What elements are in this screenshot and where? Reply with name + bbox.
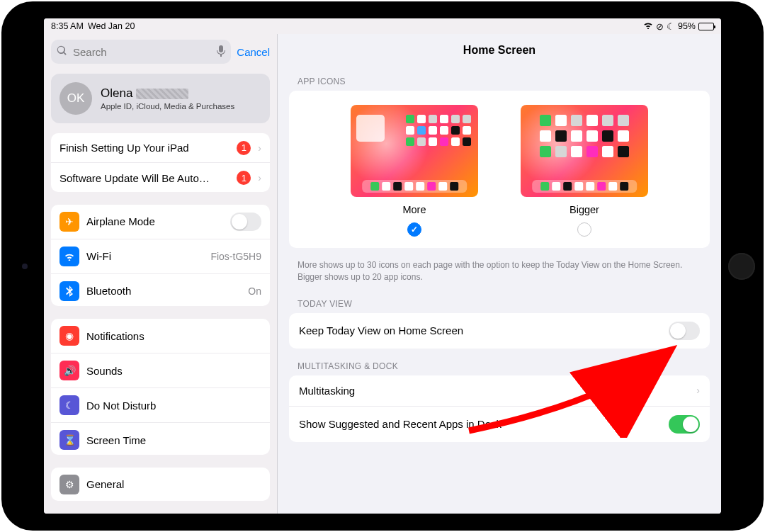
preview-bigger bbox=[521, 105, 648, 197]
search-field[interactable] bbox=[51, 40, 231, 64]
option-bigger[interactable]: Bigger bbox=[521, 105, 648, 237]
row-notifications[interactable]: ◉ Notifications bbox=[51, 319, 270, 353]
alert-finish-setup[interactable]: Finish Setting Up Your iPad 1 › bbox=[51, 133, 270, 163]
section-header-multitasking: MULTITASKING & DOCK bbox=[278, 356, 721, 375]
row-keep-today-view[interactable]: Keep Today View on Home Screen bbox=[289, 313, 710, 349]
preview-more bbox=[351, 105, 478, 197]
profile-subtitle: Apple ID, iCloud, Media & Purchases bbox=[101, 102, 234, 111]
notifications-icon: ◉ bbox=[60, 326, 79, 346]
wifi-network-name: Fios-tG5H9 bbox=[210, 251, 261, 262]
chevron-right-icon: › bbox=[258, 142, 261, 154]
radio-bigger[interactable] bbox=[577, 222, 591, 237]
screen: 8:35 AM Wed Jan 20 ⊘ ☾ 95% bbox=[44, 18, 721, 514]
battery-pct: 95% bbox=[678, 21, 696, 31]
row-multitasking[interactable]: Multitasking › bbox=[289, 375, 710, 407]
redacted-surname bbox=[136, 89, 188, 99]
row-wifi[interactable]: Wi-Fi Fios-tG5H9 bbox=[51, 239, 270, 274]
page-title: Home Screen bbox=[278, 34, 721, 71]
row-suggested-apps[interactable]: Show Suggested and Recent Apps in Dock bbox=[289, 407, 710, 442]
status-date: Wed Jan 20 bbox=[88, 21, 135, 31]
avatar: OK bbox=[60, 82, 92, 115]
radio-more[interactable] bbox=[407, 222, 421, 237]
notifications-group: ◉ Notifications 🔊 Sounds ☾ Do Not Distur… bbox=[51, 319, 270, 455]
dnd-icon: ☾ bbox=[60, 395, 79, 415]
alert-software-update[interactable]: Software Update Will Be Auto… 1 › bbox=[51, 163, 270, 192]
option-more[interactable]: More bbox=[351, 105, 478, 237]
section-header-today-view: TODAY VIEW bbox=[278, 293, 721, 313]
gear-icon: ⚙ bbox=[60, 475, 79, 494]
screen-time-icon: ⌛ bbox=[60, 430, 79, 450]
section-header-app-icons: APP ICONS bbox=[278, 71, 721, 91]
option-label: More bbox=[402, 204, 426, 215]
orientation-lock-icon: ⊘ bbox=[656, 21, 664, 32]
moon-icon: ☾ bbox=[667, 21, 675, 32]
profile-name: Olena bbox=[101, 86, 234, 101]
multitasking-section: Multitasking › Show Suggested and Recent… bbox=[289, 375, 710, 442]
chevron-right-icon: › bbox=[696, 385, 700, 396]
status-time: 8:35 AM bbox=[51, 21, 84, 31]
detail-pane: Home Screen APP ICONS bbox=[278, 34, 721, 514]
badge: 1 bbox=[237, 171, 251, 185]
chevron-right-icon: › bbox=[258, 172, 261, 183]
row-sounds[interactable]: 🔊 Sounds bbox=[51, 353, 270, 388]
settings-sidebar: Cancel OK Olena Apple ID, iCloud, Media … bbox=[44, 34, 278, 514]
mic-icon[interactable] bbox=[217, 45, 225, 59]
bluetooth-status: On bbox=[248, 285, 261, 297]
front-camera bbox=[22, 264, 28, 269]
row-screen-time[interactable]: ⌛ Screen Time bbox=[51, 423, 270, 455]
status-bar: 8:35 AM Wed Jan 20 ⊘ ☾ 95% bbox=[44, 18, 721, 34]
wifi-icon bbox=[60, 247, 79, 266]
battery-icon bbox=[698, 23, 714, 30]
today-view-section: Keep Today View on Home Screen bbox=[289, 313, 710, 349]
option-label: Bigger bbox=[570, 204, 599, 215]
profile-card[interactable]: OK Olena Apple ID, iCloud, Media & Purch… bbox=[51, 74, 270, 123]
row-general[interactable]: ⚙ General bbox=[51, 468, 270, 501]
search-input[interactable] bbox=[72, 45, 212, 59]
today-view-toggle[interactable] bbox=[669, 322, 700, 340]
home-button[interactable] bbox=[728, 253, 755, 280]
search-icon bbox=[57, 45, 67, 58]
app-icons-section: More bbox=[289, 91, 710, 248]
cancel-button[interactable]: Cancel bbox=[237, 46, 270, 58]
row-dnd[interactable]: ☾ Do Not Disturb bbox=[51, 388, 270, 423]
section-footnote-app-icons: More shows up to 30 icons on each page w… bbox=[278, 255, 721, 293]
airplane-toggle[interactable] bbox=[230, 213, 261, 231]
sounds-icon: 🔊 bbox=[60, 361, 79, 380]
row-bluetooth[interactable]: Bluetooth On bbox=[51, 274, 270, 307]
bluetooth-icon bbox=[60, 281, 79, 301]
network-group: ✈ Airplane Mode Wi-Fi Fios-tG5H9 bbox=[51, 205, 270, 307]
ipad-frame: 8:35 AM Wed Jan 20 ⊘ ☾ 95% bbox=[1, 1, 764, 531]
general-group: ⚙ General bbox=[51, 468, 270, 501]
badge: 1 bbox=[237, 141, 251, 155]
airplane-icon: ✈ bbox=[60, 212, 79, 232]
row-airplane-mode[interactable]: ✈ Airplane Mode bbox=[51, 205, 270, 239]
alerts-group: Finish Setting Up Your iPad 1 › Software… bbox=[51, 133, 270, 192]
suggested-apps-toggle[interactable] bbox=[669, 415, 700, 434]
wifi-icon bbox=[643, 21, 653, 31]
